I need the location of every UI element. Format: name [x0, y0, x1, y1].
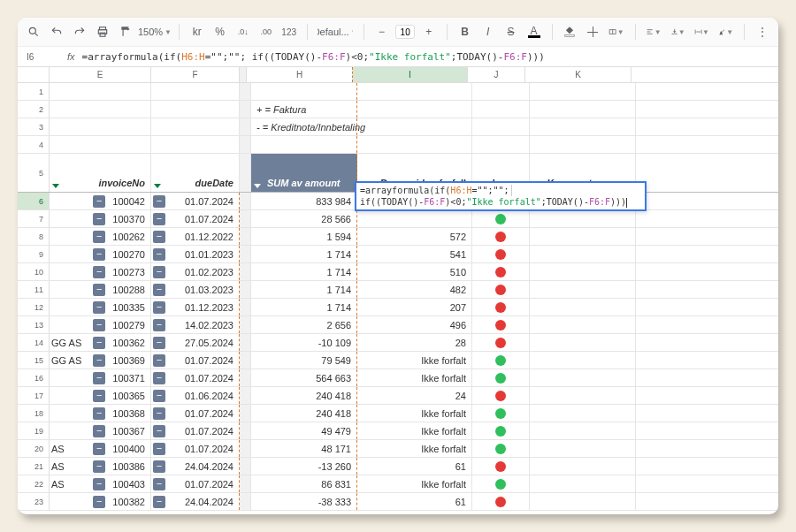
row-number[interactable]: 10	[18, 263, 50, 280]
cell-duedate[interactable]: − 01.07.2024	[151, 352, 240, 369]
collapse-button-icon[interactable]: −	[93, 337, 105, 349]
cell-days[interactable]: Ikke forfalt	[357, 352, 472, 369]
collapse-button-icon[interactable]: −	[153, 213, 165, 225]
cell-duedate[interactable]: − 01.07.2024	[151, 369, 240, 386]
cell-duedate[interactable]: − 01.12.2023	[151, 299, 240, 315]
row-number[interactable]: 21	[18, 458, 50, 475]
cell-comment[interactable]	[530, 475, 636, 492]
cell-duedate[interactable]: − 01.02.2023	[151, 263, 240, 280]
cell-light[interactable]	[472, 334, 530, 351]
cell-days[interactable]: 572	[357, 228, 472, 245]
cell-days[interactable]: 482	[357, 281, 472, 298]
cell-invoiceno[interactable]: AS − 100400	[50, 440, 151, 457]
cell-invoiceno[interactable]: − 100365	[50, 387, 151, 404]
cell-amount[interactable]: 833 984	[251, 193, 357, 209]
cell-days[interactable]: Ikke forfalt	[357, 369, 472, 386]
cell-comment[interactable]	[530, 334, 636, 351]
collapse-button-icon[interactable]: −	[153, 460, 165, 473]
cell-amount[interactable]: 79 549	[251, 352, 357, 369]
cell-comment[interactable]	[530, 387, 636, 404]
collapse-button-icon[interactable]: −	[93, 425, 105, 437]
cell-amount[interactable]: 1 714	[251, 246, 357, 262]
cell-amount[interactable]: 240 418	[251, 387, 357, 404]
collapse-button-icon[interactable]: −	[153, 195, 165, 208]
filter-icon[interactable]	[154, 184, 161, 188]
decrease-font-button[interactable]: −	[375, 23, 389, 41]
row-number[interactable]: 4	[18, 136, 50, 153]
filter-icon[interactable]	[52, 184, 59, 188]
cell-days[interactable]: 24	[357, 387, 472, 404]
font-size-value[interactable]	[395, 25, 415, 39]
collapse-button-icon[interactable]: −	[93, 354, 105, 367]
cell-light[interactable]	[472, 352, 530, 369]
cell-comment[interactable]	[530, 458, 636, 475]
cell-light[interactable]	[472, 387, 530, 404]
collapse-button-icon[interactable]: −	[93, 496, 105, 508]
collapse-button-icon[interactable]: −	[93, 319, 105, 331]
zoom-dropdown[interactable]: 150% ▼	[142, 23, 168, 41]
collapse-button-icon[interactable]: −	[153, 372, 165, 384]
cell-invoiceno[interactable]: − 100273	[50, 263, 151, 280]
cell-invoiceno[interactable]: AS − 100403	[50, 475, 151, 492]
note-kreditnota[interactable]: - = Kreditnota/Innbetaling	[251, 118, 357, 135]
increase-font-button[interactable]: +	[422, 23, 436, 41]
cell-invoiceno[interactable]: − 100335	[50, 299, 151, 315]
row-number[interactable]: 17	[18, 387, 50, 404]
format-123-button[interactable]: 123	[282, 23, 296, 41]
cell-invoiceno[interactable]: − 100279	[50, 316, 151, 333]
h-align-button[interactable]: ▼	[646, 23, 661, 41]
cell-amount[interactable]: 1 594	[251, 228, 357, 245]
cell-invoiceno[interactable]: GG AS − 100362	[50, 334, 151, 351]
collapse-button-icon[interactable]: −	[93, 478, 105, 490]
collapse-button-icon[interactable]: −	[153, 266, 165, 278]
cell-days[interactable]: 28	[357, 334, 472, 351]
cell-amount[interactable]: 48 171	[251, 440, 357, 457]
undo-icon[interactable]	[50, 23, 64, 41]
cell-formula-editor[interactable]: =arrayformula(if(H6:H="";""; if((TODAY()…	[355, 181, 647, 211]
collapse-button-icon[interactable]: −	[153, 425, 165, 437]
cell-invoiceno[interactable]: AS − 100386	[50, 458, 151, 475]
collapse-button-icon[interactable]: −	[93, 231, 105, 243]
collapse-button-icon[interactable]: −	[93, 266, 105, 278]
name-box[interactable]: I6	[27, 52, 53, 62]
collapse-button-icon[interactable]: −	[93, 390, 105, 402]
cell-amount[interactable]: -38 333	[251, 493, 357, 510]
cell-light[interactable]	[472, 440, 530, 457]
cell-comment[interactable]	[530, 405, 636, 422]
cell-days[interactable]: 541	[357, 246, 472, 262]
cell-invoiceno[interactable]: GG AS − 100369	[50, 352, 151, 369]
cell-duedate[interactable]: − 01.07.2024	[151, 210, 240, 227]
row-number[interactable]: 6	[18, 193, 50, 209]
row-number[interactable]: 13	[18, 316, 50, 333]
v-align-button[interactable]: ▼	[670, 23, 685, 41]
merge-button[interactable]: ▼	[608, 23, 624, 41]
bold-button[interactable]: B	[458, 23, 472, 41]
cell-light[interactable]	[472, 246, 530, 262]
cell-comment[interactable]	[530, 263, 636, 280]
cell-light[interactable]	[472, 405, 530, 422]
row-number[interactable]: 1	[18, 83, 50, 100]
col-header-i[interactable]: I	[353, 67, 468, 82]
cell-duedate[interactable]: − 01.07.2024	[151, 475, 240, 492]
cell-comment[interactable]	[530, 228, 636, 245]
collapse-button-icon[interactable]: −	[93, 407, 105, 420]
collapse-button-icon[interactable]: −	[153, 231, 165, 243]
cell-invoiceno[interactable]: − 100371	[50, 369, 151, 386]
header-invoiceno[interactable]: invoiceNo	[50, 154, 151, 192]
formula-input[interactable]: =arrayformula(if(H6:H="";""; if((TODAY()…	[82, 51, 545, 63]
cell-days[interactable]: Ikke forfalt	[357, 405, 472, 422]
select-all-corner[interactable]	[18, 67, 50, 82]
cell-duedate[interactable]: − 14.02.2023	[151, 316, 240, 333]
cell-light[interactable]	[472, 316, 530, 333]
cell-days[interactable]: Ikke forfalt	[357, 422, 472, 439]
cell-light[interactable]	[472, 228, 530, 245]
percent-button[interactable]: %	[213, 23, 227, 41]
cell-amount[interactable]: 1 714	[251, 263, 357, 280]
cell-comment[interactable]	[530, 210, 636, 227]
header-sum-amount[interactable]: SUM av amount	[251, 154, 357, 192]
collapse-button-icon[interactable]: −	[93, 301, 105, 314]
cell-duedate[interactable]: − 01.06.2024	[151, 387, 240, 404]
collapse-button-icon[interactable]: −	[153, 337, 165, 349]
cell-invoiceno[interactable]: − 100382	[50, 493, 151, 510]
more-icon[interactable]: ⋮	[755, 23, 769, 41]
